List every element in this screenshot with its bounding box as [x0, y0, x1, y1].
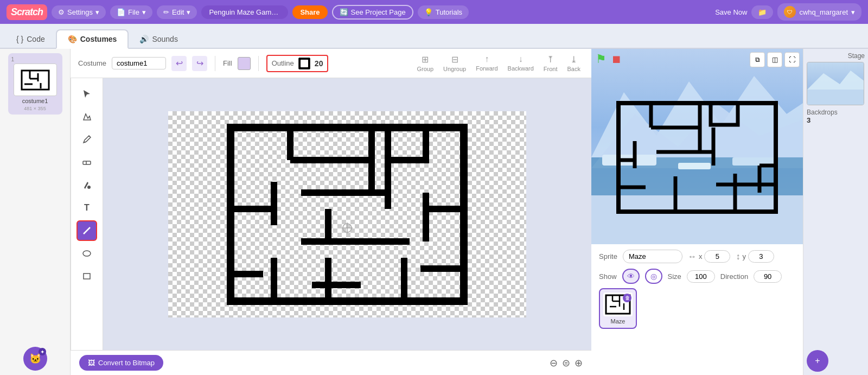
group-button[interactable]: ⊞ Group — [413, 54, 437, 72]
fill-swatch[interactable] — [238, 57, 251, 70]
costumes-icon: 🎨 — [68, 35, 77, 43]
stage-control-buttons: ⚑ ⏹ — [596, 52, 622, 66]
x-coord-group: ↔ x — [688, 250, 731, 263]
file-icon: 📄 — [117, 8, 125, 16]
fill-tool[interactable] — [76, 175, 97, 195]
stage-bg-svg — [591, 49, 803, 244]
sprite-name-display: Maze — [611, 318, 626, 325]
text-tool[interactable]: T — [76, 198, 97, 218]
canvas-area[interactable] — [103, 78, 591, 350]
y-coord-input[interactable] — [748, 250, 774, 263]
pencil-tool[interactable] — [76, 129, 97, 150]
zoom-controls: ⊖ ⊜ ⊕ — [550, 357, 583, 369]
stop-button[interactable]: ⏹ — [611, 53, 622, 66]
fill-icon — [82, 180, 92, 190]
sprite-delete-button[interactable]: 🗑 — [623, 294, 631, 302]
stage-view-controls: ⧉ ◫ ⛶ — [750, 52, 800, 67]
backward-icon: ↓ — [519, 54, 523, 64]
tutorials-button[interactable]: 💡 Tutorials — [418, 5, 469, 19]
edit-chevron-icon: ▾ — [187, 8, 190, 16]
show-visible-button[interactable]: 👁 — [622, 269, 640, 284]
fill-label: Fill — [223, 59, 232, 67]
select-tool[interactable] — [76, 84, 97, 104]
costume-label: Costume — [78, 59, 106, 67]
svg-rect-42 — [591, 195, 803, 244]
show-hidden-button[interactable]: ◎ — [645, 269, 662, 284]
size-input[interactable] — [687, 270, 715, 283]
tab-costumes[interactable]: 🎨 Costumes — [56, 29, 129, 49]
large-stage-button[interactable]: ◫ — [767, 52, 782, 67]
green-flag-button[interactable]: ⚑ — [596, 52, 607, 66]
sprite-name-input[interactable] — [623, 250, 682, 263]
edit-button[interactable]: ✏ Edit ▾ — [157, 5, 197, 19]
zoom-out-button[interactable]: ⊖ — [550, 357, 558, 369]
rect-tool[interactable] — [76, 266, 97, 287]
folder-icon: 📁 — [758, 8, 767, 16]
select-icon — [82, 89, 92, 99]
add-backdrop-icon: + — [815, 356, 820, 366]
y-coord-group: ↕ y — [736, 250, 774, 263]
sprite-label: Sprite — [599, 252, 617, 260]
eye-closed-icon: ◎ — [650, 272, 657, 281]
reshape-tool[interactable] — [76, 106, 97, 127]
costume-number: 1 — [11, 56, 15, 62]
outline-swatch[interactable] — [298, 58, 310, 69]
stage-mini-preview[interactable] — [807, 62, 864, 105]
back-button[interactable]: ⤓ Back — [564, 54, 584, 72]
direction-input[interactable] — [754, 270, 782, 283]
zoom-reset-button[interactable]: ⊜ — [562, 357, 570, 369]
eraser-icon — [82, 157, 92, 167]
tools-sidebar: T — [71, 78, 103, 350]
y-arrows-icon: ↕ — [736, 252, 740, 262]
costume-item[interactable]: 1 costume1 481 × 355 — [8, 53, 62, 115]
add-backdrop-button[interactable]: + — [807, 350, 828, 372]
share-button[interactable]: Share — [292, 5, 327, 19]
editor-toolbar: Costume ↩ ↪ Fill Outline 20 ⊞ Group — [71, 49, 591, 78]
undo-button[interactable]: ↩ — [171, 56, 187, 71]
file-button[interactable]: 📄 File ▾ — [110, 5, 152, 19]
backward-button[interactable]: ↓ Backward — [505, 54, 537, 72]
line-tool[interactable] — [76, 220, 97, 241]
svg-rect-68 — [807, 90, 864, 105]
topnav: Scratch ⚙ Settings ▾ 📄 File ▾ ✏ Edit ▾ P… — [0, 0, 868, 24]
project-name-button[interactable]: Penguin Maze Game Inco... — [201, 5, 288, 19]
tab-sounds[interactable]: 🔊 Sounds — [129, 30, 188, 48]
stage-mini-label: Stage — [807, 52, 865, 60]
user-menu[interactable]: 🛡 cwhq_margaret ▾ — [777, 3, 861, 21]
front-button[interactable]: ⤒ Front — [540, 54, 561, 72]
settings-button[interactable]: ⚙ Settings ▾ — [52, 5, 106, 19]
costume-name-input[interactable] — [112, 57, 166, 69]
size-label: Size — [668, 272, 681, 281]
fullscreen-button[interactable]: ⛶ — [784, 52, 800, 67]
save-button[interactable]: Save Now — [715, 8, 747, 16]
costume-thumbnail — [14, 63, 57, 96]
see-project-button[interactable]: 🔄 See Project Page — [332, 5, 413, 20]
scratch-logo[interactable]: Scratch — [7, 4, 47, 20]
costume-thumb-svg — [19, 68, 52, 92]
ungroup-button[interactable]: ⊟ Ungroup — [440, 54, 469, 72]
zoom-in-button[interactable]: ⊕ — [575, 357, 583, 369]
svg-rect-11 — [84, 274, 90, 279]
add-costume-button[interactable]: 🐱 ✦ — [23, 347, 47, 371]
see-project-icon: 🔄 — [340, 8, 348, 16]
svg-rect-6 — [83, 161, 91, 164]
toolbar-divider-1 — [215, 56, 215, 71]
redo-button[interactable]: ↪ — [192, 56, 207, 71]
small-stage-button[interactable]: ⧉ — [750, 52, 765, 67]
outline-value: 20 — [315, 59, 323, 68]
pencil-icon — [82, 135, 92, 144]
editor-container: Costume ↩ ↪ Fill Outline 20 ⊞ Group — [71, 49, 591, 375]
edit-icon: ✏ — [163, 8, 169, 16]
eraser-tool[interactable] — [76, 152, 97, 173]
sprite-list-item[interactable]: 🗑 Maze — [599, 288, 637, 329]
file-chevron-icon: ▾ — [142, 8, 146, 16]
ellipse-icon — [82, 249, 92, 258]
ellipse-tool[interactable] — [76, 243, 97, 264]
tab-code[interactable]: { } Code — [5, 30, 56, 48]
convert-bitmap-button[interactable]: 🖼 Convert to Bitmap — [79, 355, 163, 371]
folder-button[interactable]: 📁 — [751, 5, 773, 19]
sounds-icon: 🔊 — [139, 35, 149, 43]
forward-button[interactable]: ↑ Forward — [473, 54, 501, 72]
x-coord-input[interactable] — [704, 250, 730, 263]
reshape-icon — [82, 112, 92, 122]
